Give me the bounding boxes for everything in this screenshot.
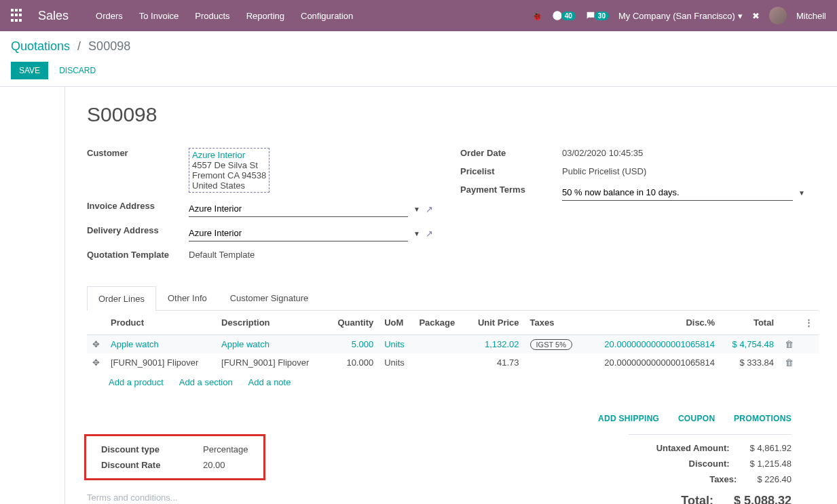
line-taxes[interactable]: IGST 5% [525,335,584,354]
line-discount[interactable]: 20.00000000000001065814 [604,339,715,349]
user-name[interactable]: Mitchell [796,11,826,21]
apps-icon[interactable] [11,9,24,22]
external-link-icon[interactable]: ↗ [426,229,433,239]
line-product[interactable]: [FURN_9001] Flipover [111,357,198,368]
nav-configuration[interactable]: Configuration [301,11,353,21]
chevron-down-icon: ▾ [738,11,743,21]
taxes-value: $ 226.40 [757,474,792,484]
line-product[interactable]: Apple watch [111,339,159,349]
col-discount[interactable]: Disc.% [584,311,720,335]
nav-orders[interactable]: Orders [96,11,123,21]
grand-total-value: $ 5,088.32 [734,494,792,504]
invoice-address-input[interactable] [189,201,408,217]
nav-products[interactable]: Products [195,11,229,21]
table-row[interactable]: ✥Apple watchApple watch5.000Units1,132.0… [87,335,819,354]
record-title: S00098 [87,103,819,126]
line-qty[interactable]: 10.000 [346,357,373,368]
delivery-address-input[interactable] [189,225,408,241]
tab-order-lines[interactable]: Order Lines [87,286,156,311]
template-label: Quotation Template [87,247,189,260]
line-description[interactable]: [FURN_9001] Flipover [221,357,309,368]
trash-icon[interactable]: 🗑 [785,357,794,368]
discard-button[interactable]: DISCARD [51,62,104,79]
promotions-link[interactable]: PROMOTIONS [734,414,792,423]
col-unit-price[interactable]: Unit Price [466,311,525,335]
tab-customer-signature[interactable]: Customer Signature [219,286,320,310]
chevron-down-icon[interactable]: ▼ [413,206,420,213]
form-columns: Customer Azure Interior 4557 De Silva St… [87,145,819,265]
breadcrumb: Quotations / S00098 [11,39,826,54]
col-total[interactable]: Total [720,311,779,335]
line-discount[interactable]: 20.00000000000001065814 [604,357,715,368]
control-panel: Quotations / S00098 SAVE DISCARD [0,31,837,87]
add-note-link[interactable]: Add a note [248,377,291,387]
line-total[interactable]: $ 333.84 [739,357,774,368]
discount-rate-value[interactable]: 20.00 [203,460,225,470]
col-uom[interactable]: UoM [379,311,413,335]
line-package[interactable] [413,353,466,372]
company-selector[interactable]: My Company (San Francisco) ▾ [618,11,743,21]
line-taxes[interactable] [525,353,584,372]
nav-right: 🐞 40 30 My Company (San Francisco) ▾ ✖ M… [532,7,826,24]
line-uom[interactable]: Units [384,357,405,368]
bottom-row: Discount type Percentage Discount Rate 2… [87,434,819,504]
discount-rate-label: Discount Rate [101,460,203,470]
kebab-icon[interactable]: ⋮ [804,317,813,328]
add-section-link[interactable]: Add a section [179,377,233,387]
col-package[interactable]: Package [413,311,466,335]
add-product-link[interactable]: Add a product [109,377,164,387]
nav-reporting[interactable]: Reporting [246,11,284,21]
order-date-value[interactable]: 03/02/2020 10:45:35 [562,145,806,158]
terms-placeholder[interactable]: Terms and conditions... [87,492,629,503]
tab-other-info[interactable]: Other Info [156,286,219,310]
pricelist-value[interactable]: Public Pricelist (USD) [562,163,806,176]
breadcrumb-parent[interactable]: Quotations [11,39,70,53]
tabs: Order Lines Other Info Customer Signatur… [87,286,819,311]
payment-terms-label: Payment Terms [460,182,562,195]
col-taxes[interactable]: Taxes [525,311,584,335]
top-nav: Sales Orders To Invoice Products Reporti… [0,0,837,31]
breadcrumb-sep: / [77,39,81,53]
activities-badge: 40 [561,12,576,20]
nav-menu: Orders To Invoice Products Reporting Con… [96,11,532,21]
app-brand[interactable]: Sales [38,9,69,23]
discount-type-value[interactable]: Percentage [203,444,248,454]
line-uom[interactable]: Units [384,339,405,349]
avatar[interactable] [769,7,787,24]
template-value[interactable]: Default Template [189,247,433,260]
col-description[interactable]: Description [216,311,327,335]
trash-icon[interactable]: 🗑 [785,339,794,349]
company-label: My Company (San Francisco) [618,11,735,21]
chevron-down-icon[interactable]: ▼ [413,230,420,237]
payment-terms-input[interactable] [562,185,793,201]
right-actions: ADD SHIPPING COUPON PROMOTIONS [87,413,819,423]
messages-badge: 30 [595,12,609,20]
drag-handle-icon[interactable]: ✥ [92,357,100,368]
messages-button[interactable]: 30 [585,10,609,21]
untaxed-label: Untaxed Amount: [629,443,730,453]
debug-icon[interactable]: ✖ [752,11,760,21]
line-description[interactable]: Apple watch [221,339,269,349]
col-product[interactable]: Product [105,311,216,335]
customer-addr2: Fremont CA 94538 [192,170,266,180]
bug-icon[interactable]: 🐞 [532,11,542,21]
discount-total-label: Discount: [629,459,730,469]
activities-button[interactable]: 40 [552,10,576,21]
col-quantity[interactable]: Quantity [327,311,379,335]
drag-handle-icon[interactable]: ✥ [92,339,100,349]
line-price[interactable]: 1,132.02 [485,339,519,349]
coupon-link[interactable]: COUPON [678,414,715,423]
chevron-down-icon[interactable]: ▼ [798,189,805,197]
customer-label: Customer [87,145,189,158]
line-package[interactable] [413,335,466,354]
line-total[interactable]: $ 4,754.48 [732,339,774,349]
line-price[interactable]: 41.73 [497,357,519,368]
table-row[interactable]: ✥[FURN_9001] Flipover[FURN_9001] Flipove… [87,353,819,372]
save-button[interactable]: SAVE [11,62,48,79]
customer-value[interactable]: Azure Interior 4557 De Silva St Fremont … [189,145,433,193]
grand-total-label: Total: [629,494,713,504]
line-qty[interactable]: 5.000 [352,339,374,349]
nav-to-invoice[interactable]: To Invoice [139,11,179,21]
external-link-icon[interactable]: ↗ [426,204,433,214]
add-shipping-link[interactable]: ADD SHIPPING [598,414,659,423]
